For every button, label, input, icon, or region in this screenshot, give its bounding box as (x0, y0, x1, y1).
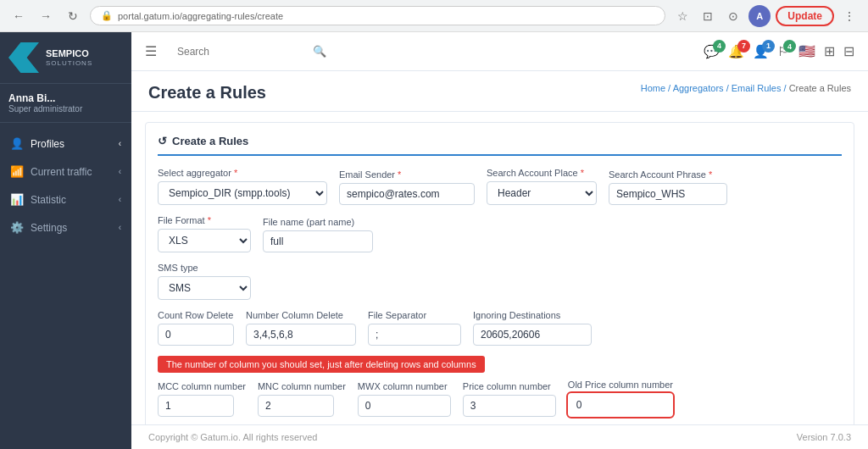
menu-icon[interactable]: ⋮ (839, 6, 860, 26)
sidebar-user: Anna Bi... Super administrator (0, 84, 131, 123)
file-separator-input[interactable] (368, 324, 461, 346)
refresh-button[interactable]: ↻ (63, 6, 83, 26)
number-column-delete-label: Number Column Delete (246, 310, 356, 320)
old-price-highlight (568, 393, 673, 417)
mcc-column-input[interactable] (158, 395, 234, 417)
breadcrumb-email-rules[interactable]: Email Rules (732, 83, 782, 93)
alert-badge: 7 (737, 40, 750, 53)
form-card: ↺ Create a Rules Select aggregator * Sem… (145, 122, 854, 424)
mwx-column-input[interactable] (358, 395, 451, 417)
search-account-phrase-input[interactable] (609, 183, 727, 205)
search-icon: 🔍 (313, 45, 326, 58)
warning-text: The number of column you should set, jus… (158, 356, 485, 373)
number-column-delete-input[interactable] (246, 324, 356, 346)
form-group-aggregator: Select aggregator * Sempico_DIR (smpp.to… (158, 168, 327, 205)
app-header: ☰ 🔍 💬 4 🔔 7 👤 1 🏳 4 (131, 32, 868, 71)
count-row-delete-input[interactable] (158, 324, 234, 346)
sidebar: SEMPICO SOLUTIONS Anna Bi... Super admin… (0, 32, 131, 449)
breadcrumb: Home / Aggregators / Email Rules / Creat… (641, 83, 851, 93)
file-name-input[interactable] (263, 230, 373, 252)
old-price-column-label: Old Price column number (568, 380, 673, 390)
sidebar-item-current-traffic[interactable]: 📶 Current traffic ‹ (0, 158, 131, 186)
old-price-column-input[interactable] (570, 395, 646, 415)
file-format-label: File Format * (158, 215, 251, 225)
url-text: portal.gatum.io/aggregating-rules/create (118, 11, 283, 21)
profile-icon[interactable]: ⊙ (723, 6, 743, 26)
form-row-4: Count Row Delete Number Column Delete Fi… (158, 310, 842, 346)
form-group-mnc-column: MNC column number (258, 381, 346, 417)
grid-icon[interactable]: ⊞ (824, 43, 835, 59)
flag-icon-btn[interactable]: 🏳 4 (777, 44, 790, 58)
form-group-email-sender: Email Sender * (339, 169, 475, 205)
hamburger-icon[interactable]: ☰ (145, 43, 157, 59)
form-group-file-format: File Format * XLS CSV TXT (158, 215, 251, 252)
footer-copyright: Copyright © Gatum.io. All rights reserve… (148, 432, 317, 442)
breadcrumb-current: Create a Rules (789, 83, 851, 93)
main-content: Create a Rules Home / Aggregators / Emai… (131, 71, 868, 424)
user-icon-btn[interactable]: 👤 1 (753, 44, 769, 59)
logo-company-name: SEMPICO (46, 48, 92, 59)
address-bar[interactable]: 🔒 portal.gatum.io/aggregating-rules/crea… (90, 6, 665, 25)
search-account-place-label: Search Account Place * (487, 168, 597, 178)
price-column-label: Price column number (463, 381, 556, 391)
form-group-search-account-phrase: Search Account Phrase * (609, 169, 727, 205)
traffic-label: Current traffic (31, 166, 92, 178)
language-flag[interactable]: 🇺🇸 (798, 43, 815, 59)
breadcrumb-home[interactable]: Home (641, 83, 665, 93)
logo-text-block: SEMPICO SOLUTIONS (46, 48, 92, 67)
sidebar-logo: SEMPICO SOLUTIONS (0, 32, 131, 84)
cast-icon[interactable]: ⊡ (698, 6, 718, 26)
logo-company-subtext: SOLUTIONS (46, 59, 92, 67)
settings-label: Settings (31, 222, 67, 234)
user-avatar[interactable]: A (748, 5, 771, 27)
update-button[interactable]: Update (776, 6, 834, 26)
traffic-icon: 📶 (10, 165, 24, 178)
sidebar-nav: 👤 Profiles ‹ 📶 Current traffic ‹ 📊 Stati… (0, 123, 131, 449)
breadcrumb-aggregators[interactable]: Aggregators (673, 83, 724, 93)
form-group-old-price-column: Old Price column number (568, 380, 673, 417)
aggregator-select[interactable]: Sempico_DIR (smpp.tools)Other (158, 181, 327, 205)
settings-chevron: ‹ (119, 223, 121, 232)
search-input[interactable] (170, 42, 306, 62)
form-group-mwx-column: MWX column number (358, 381, 451, 417)
form-group-file-name: File name (part name) (263, 217, 373, 252)
header-right: 💬 4 🔔 7 👤 1 🏳 4 🇺🇸 ⊞ ⊟ (704, 43, 854, 59)
mnc-column-input[interactable] (258, 395, 334, 417)
form-row-2: File Format * XLS CSV TXT File name (par… (158, 215, 842, 252)
form-group-sms-type: SMS type SMS VOICE HLR (158, 263, 251, 300)
alert-icon-btn[interactable]: 🔔 7 (728, 44, 744, 59)
price-column-input[interactable] (463, 395, 556, 417)
user-role: Super administrator (8, 104, 123, 114)
chat-badge: 4 (713, 40, 726, 53)
sidebar-item-settings[interactable]: ⚙️ Settings ‹ (0, 213, 131, 241)
settings-icon: ⚙️ (10, 221, 24, 234)
chat-icon-btn[interactable]: 💬 4 (704, 44, 720, 59)
warning-message: The number of column you should set, jus… (158, 356, 842, 380)
file-format-select[interactable]: XLS CSV TXT (158, 229, 251, 252)
mcc-column-label: MCC column number (158, 381, 246, 391)
page-title: Create a Rules (148, 83, 266, 103)
sms-type-select[interactable]: SMS VOICE HLR (158, 276, 251, 300)
email-sender-input[interactable] (339, 183, 475, 205)
statistic-icon: 📊 (10, 193, 24, 206)
forward-button[interactable]: → (36, 6, 56, 26)
sidebar-item-profiles[interactable]: 👤 Profiles ‹ (0, 130, 131, 158)
page-header: Create a Rules Home / Aggregators / Emai… (131, 71, 868, 112)
back-button[interactable]: ← (8, 6, 29, 26)
form-card-title-text: Create a Rules (172, 135, 248, 147)
aggregator-label: Select aggregator * (158, 168, 327, 178)
apps-icon[interactable]: ⊟ (843, 43, 854, 59)
user-name: Anna Bi... (8, 92, 123, 104)
sidebar-item-statistic[interactable]: 📊 Statistic ‹ (0, 186, 131, 213)
form-group-count-row-delete: Count Row Delete (158, 310, 234, 346)
profiles-label: Profiles (31, 138, 64, 150)
file-name-label: File name (part name) (263, 217, 373, 227)
ignoring-destinations-input[interactable] (473, 324, 592, 346)
search-account-place-select[interactable]: Header Body Subject (487, 181, 597, 205)
bookmark-icon[interactable]: ☆ (672, 6, 693, 26)
form-row-3: SMS type SMS VOICE HLR (158, 263, 842, 300)
file-separator-label: File Separator (368, 310, 461, 320)
email-sender-label: Email Sender * (339, 169, 475, 180)
form-group-number-column-delete: Number Column Delete (246, 310, 356, 346)
user-badge: 1 (762, 40, 775, 53)
